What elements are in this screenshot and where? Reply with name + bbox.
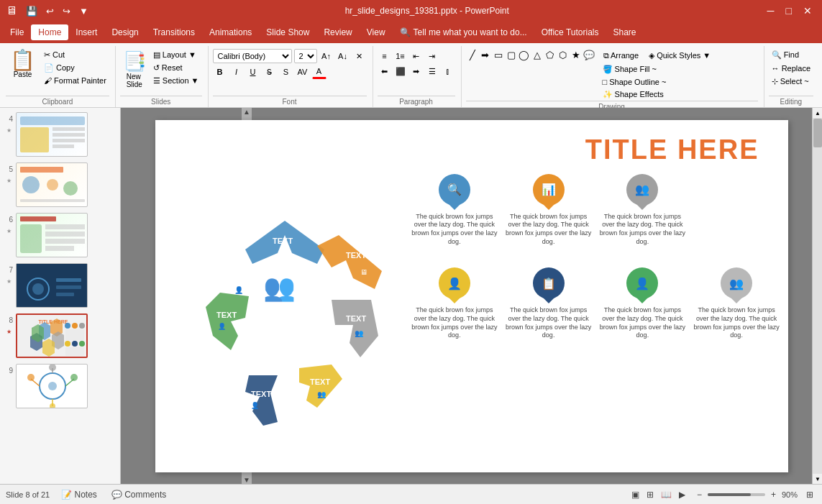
font-family-select[interactable]: Calibri (Body) (213, 49, 292, 63)
menu-office-tutorials[interactable]: Office Tutorials (534, 24, 606, 40)
zoom-in-button[interactable]: + (768, 488, 779, 501)
new-slide-button[interactable]: 📑 NewSlide (120, 49, 149, 90)
shape-hex[interactable]: ⬡ (557, 49, 570, 60)
slide-sorter-button[interactable]: ⊞ (644, 488, 657, 501)
menu-file[interactable]: File (3, 24, 31, 40)
select-button[interactable]: ⊹ Select ~ (769, 75, 813, 88)
svg-marker-30 (32, 324, 44, 342)
undo-button[interactable]: ↩ (43, 4, 57, 18)
cut-button[interactable]: ✂ Cut (41, 49, 109, 61)
shape-line[interactable]: ╱ (466, 49, 479, 60)
align-left-button[interactable]: ⬅ (378, 64, 392, 78)
format-painter-button[interactable]: 🖌 Format Painter (41, 75, 109, 86)
svg-point-36 (79, 341, 85, 347)
svg-marker-54 (317, 235, 382, 289)
section-button[interactable]: ☰ Section ▼ (150, 75, 202, 87)
svg-rect-10 (20, 199, 85, 202)
slide-thumb-8[interactable]: 8 ★ TITLE HERE (3, 312, 117, 359)
menu-search[interactable]: 🔍 Tell me what you want to do... (393, 24, 534, 40)
notes-label: Notes (75, 490, 97, 500)
save-button[interactable]: 💾 (23, 4, 40, 18)
svg-text:TEXT: TEXT (310, 377, 330, 386)
menu-slideshow[interactable]: Slide Show (259, 24, 316, 40)
menu-view[interactable]: View (360, 24, 393, 40)
char-spacing-button[interactable]: AV (296, 65, 310, 79)
shape-rounded-rect[interactable]: ▢ (505, 49, 518, 60)
arrange-button[interactable]: ⧉ Arrange (600, 49, 643, 63)
shape-callout[interactable]: 💬 (583, 49, 595, 60)
menu-insert[interactable]: Insert (68, 24, 104, 40)
decrease-font-button[interactable]: A↓ (336, 49, 350, 63)
shape-effects-button[interactable]: ✨ Shape Effects (600, 88, 715, 101)
slideshow-button[interactable]: ▶ (676, 488, 688, 501)
menu-transitions[interactable]: Transitions (146, 24, 202, 40)
reading-view-button[interactable]: 📖 (658, 488, 675, 501)
shadow-button[interactable]: S (279, 65, 293, 79)
menu-share[interactable]: Share (606, 24, 643, 40)
justify-button[interactable]: ☰ (425, 64, 439, 78)
fit-slide-button[interactable]: ⊞ (803, 488, 816, 501)
replace-button[interactable]: ↔ Replace (769, 63, 813, 74)
font-size-select[interactable]: 24 (294, 49, 317, 63)
comments-label: Comments (124, 490, 166, 500)
menu-review[interactable]: Review (316, 24, 359, 40)
shape-outline-button[interactable]: □ Shape Outline ~ (600, 76, 715, 88)
bold-button[interactable]: B (213, 65, 227, 79)
scroll-thumb-right (813, 119, 822, 147)
menu-home[interactable]: Home (31, 24, 68, 40)
shape-circle[interactable]: ◯ (518, 49, 531, 60)
close-button[interactable]: ✕ (799, 4, 816, 18)
bullets-button[interactable]: ≡ (378, 49, 392, 63)
strikethrough-button[interactable]: S̶ (262, 65, 277, 79)
shape-star[interactable]: ★ (570, 49, 583, 60)
shape-triangle[interactable]: △ (531, 49, 544, 60)
copy-button[interactable]: 📄 Copy (41, 62, 109, 74)
normal-view-button[interactable]: ▣ (629, 488, 642, 501)
scroll-up-button[interactable]: ▲ (243, 108, 250, 116)
increase-indent-button[interactable]: ⇥ (425, 49, 439, 63)
increase-font-button[interactable]: A↑ (319, 49, 334, 63)
numbering-button[interactable]: 1≡ (393, 49, 408, 63)
align-right-button[interactable]: ➡ (409, 64, 424, 78)
reset-button[interactable]: ↺ Reset (150, 62, 202, 74)
align-center-button[interactable]: ⬛ (393, 64, 408, 78)
shape-pentagon[interactable]: ⬠ (544, 49, 557, 60)
layout-button[interactable]: ▤ Layout ▼ (150, 49, 202, 61)
paste-button[interactable]: 📋 Paste (6, 49, 40, 80)
find-button[interactable]: 🔍 Find (769, 49, 813, 61)
slide-thumb-6[interactable]: 6 ★ (3, 211, 117, 259)
italic-button[interactable]: I (229, 65, 244, 79)
zoom-out-button[interactable]: − (694, 488, 705, 501)
decrease-indent-button[interactable]: ⇤ (409, 49, 424, 63)
clear-format-button[interactable]: ✕ (352, 49, 367, 63)
shape-fill-button[interactable]: 🪣 Shape Fill ~ (600, 63, 715, 75)
svg-rect-12 (20, 224, 42, 253)
font-color-button[interactable]: A (312, 65, 326, 79)
status-right: ▣ ⊞ 📖 ▶ − + 90% ⊞ (629, 488, 816, 501)
menu-animations[interactable]: Animations (202, 24, 259, 40)
slide-thumb-4[interactable]: 4 ★ (3, 111, 117, 158)
scroll-down-right-button[interactable]: ▼ (813, 474, 822, 484)
redo-button[interactable]: ↪ (60, 4, 73, 18)
shape-rect[interactable]: ▭ (492, 49, 505, 60)
underline-button[interactable]: U (246, 65, 260, 79)
comments-button[interactable]: 💬 Comments (109, 488, 169, 501)
slide-thumb-7[interactable]: 7 ★ (3, 262, 117, 309)
quick-styles-button[interactable]: ◈ Quick Styles ▼ (645, 49, 714, 63)
notes-button[interactable]: 📝 Notes (58, 488, 100, 501)
svg-rect-0 (20, 116, 85, 125)
scroll-up-right-button[interactable]: ▲ (813, 108, 822, 118)
zoom-slider[interactable] (708, 493, 765, 496)
columns-button[interactable]: ⫿ (441, 64, 455, 78)
maximize-button[interactable]: □ (782, 4, 796, 18)
slide-thumb-9[interactable]: 9 (3, 362, 117, 410)
customize-qa-button[interactable]: ▼ (76, 4, 91, 18)
arrange-row: ⧉ Arrange ◈ Quick Styles ▼ (600, 49, 715, 63)
slide-4-svg (17, 113, 88, 157)
minimize-button[interactable]: ─ (763, 4, 779, 18)
scroll-down-button[interactable]: ▼ (243, 476, 250, 484)
slide-thumb-5[interactable]: 5 ★ (3, 161, 117, 209)
new-slide-icon: 📑 (123, 50, 146, 73)
shape-arrow[interactable]: ➡ (479, 49, 492, 60)
menu-design[interactable]: Design (104, 24, 145, 40)
